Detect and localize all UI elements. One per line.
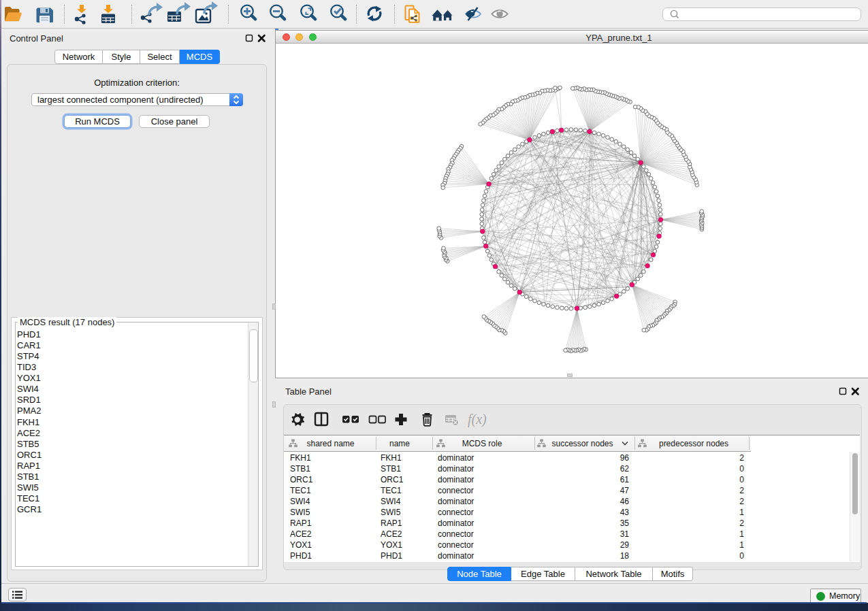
svg-text:f(x): f(x) — [468, 412, 487, 427]
